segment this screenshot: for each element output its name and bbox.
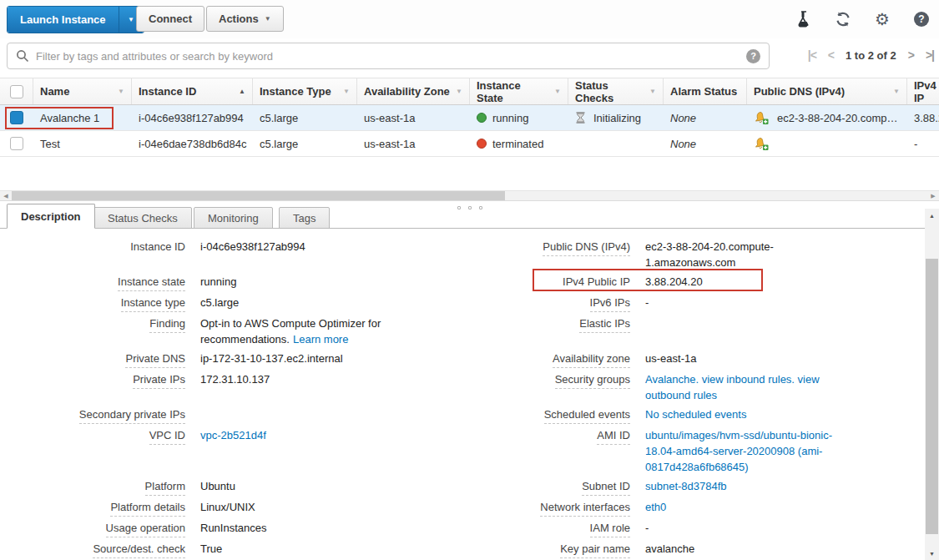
filter-row: Filter by tags and attributes or search … bbox=[0, 39, 939, 73]
search-input[interactable]: Filter by tags and attributes or search … bbox=[7, 43, 770, 69]
cell-alarm-status: None bbox=[664, 105, 747, 130]
pagination-prev-icon[interactable]: < bbox=[828, 48, 834, 62]
field-label: Elastic IPs bbox=[434, 315, 630, 336]
field-label: Secondary private IPs bbox=[0, 406, 185, 427]
field-link[interactable]: Learn more bbox=[293, 333, 348, 346]
sort-caret-icon: ▼ bbox=[451, 88, 462, 95]
table-row[interactable]: Test i-04e6dae738db6d84c c5.large us-eas… bbox=[0, 131, 939, 157]
cell-name: Avalanche 1 bbox=[33, 105, 132, 130]
field-label: IPv4 Public IP bbox=[434, 274, 630, 295]
table-header: Name ▼ Instance ID ▲ Instance Type ▼ Ava… bbox=[0, 78, 939, 105]
field-label: IAM role bbox=[434, 520, 630, 541]
vertical-scrollbar-thumb[interactable] bbox=[926, 259, 938, 534]
cell-public-dns: ec2-3-88-204-20.comp… bbox=[747, 105, 907, 130]
pagination-next-icon[interactable]: > bbox=[908, 48, 914, 62]
public-dns-label: ec2-3-88-204-20.comp… bbox=[777, 112, 898, 124]
detail-tabs: Description Status Checks Monitoring Tag… bbox=[0, 204, 939, 229]
experiments-flask-icon[interactable] bbox=[795, 10, 813, 28]
column-header-ipv4-public-ip[interactable]: IPv4 Public IP bbox=[907, 78, 939, 104]
actions-button[interactable]: Actions ▼ bbox=[206, 6, 284, 32]
refresh-icon[interactable] bbox=[834, 10, 852, 28]
launch-instance-button[interactable]: Launch Instance bbox=[8, 7, 119, 33]
field-value bbox=[645, 315, 925, 319]
cell-ipv4: 3.88.204.20 bbox=[907, 105, 939, 130]
vertical-scrollbar[interactable]: ▲ ▼ bbox=[925, 209, 939, 560]
field-value: Avalanche. view inbound rules. view outb… bbox=[645, 371, 925, 406]
connect-button[interactable]: Connect bbox=[136, 6, 204, 32]
field-value bbox=[200, 406, 434, 410]
tab-status-checks[interactable]: Status Checks bbox=[93, 207, 192, 229]
horizontal-scrollbar[interactable]: ◀ ▶ bbox=[0, 190, 939, 201]
field-value: Opt-in to AWS Compute Optimizer for reco… bbox=[200, 315, 434, 351]
description-row: Finding Opt-in to AWS Compute Optimizer … bbox=[0, 315, 925, 351]
field-value: subnet-8d3784fb bbox=[645, 478, 925, 497]
create-alarm-bell-icon[interactable] bbox=[754, 111, 769, 125]
column-header-name[interactable]: Name ▼ bbox=[33, 78, 132, 104]
row-checkbox[interactable] bbox=[10, 111, 23, 124]
pagination-last-icon[interactable]: >| bbox=[926, 48, 934, 62]
state-label: terminated bbox=[492, 138, 543, 150]
search-help-icon[interactable]: ? bbox=[746, 49, 760, 63]
description-row: Instance state running IPv4 Public IP 3.… bbox=[0, 274, 925, 295]
field-value: c5.large bbox=[200, 295, 434, 314]
column-header-status-checks[interactable]: Status Checks ▼ bbox=[568, 78, 664, 104]
field-label: Instance state bbox=[0, 274, 185, 295]
scroll-left-icon[interactable]: ◀ bbox=[0, 191, 12, 200]
select-all-checkbox[interactable] bbox=[10, 85, 23, 98]
pagination-label: 1 to 2 of 2 bbox=[846, 49, 896, 62]
cell-availability-zone: us-east-1a bbox=[357, 131, 470, 156]
field-label: Private DNS bbox=[0, 351, 185, 371]
cell-instance-id: i-04c6e938f127ab994 bbox=[132, 105, 253, 130]
column-header-public-dns[interactable]: Public DNS (IPv4) ▼ bbox=[747, 78, 907, 104]
settings-gear-icon[interactable]: ⚙ bbox=[873, 10, 891, 28]
scroll-up-icon[interactable]: ▲ bbox=[925, 209, 939, 222]
field-value: running bbox=[200, 274, 434, 293]
row-checkbox[interactable] bbox=[10, 137, 23, 150]
description-row: Platform details Linux/UNIX Network inte… bbox=[0, 499, 925, 520]
field-label: Public DNS (IPv4) bbox=[434, 239, 630, 260]
description-row: Usage operation RunInstances IAM role - bbox=[0, 520, 925, 541]
instances-table: Name ▼ Instance ID ▲ Instance Type ▼ Ava… bbox=[0, 78, 939, 157]
terminated-status-icon bbox=[477, 139, 487, 149]
panel-resize-handle[interactable] bbox=[457, 206, 482, 209]
launch-instance-split-button: Launch Instance ▼ bbox=[7, 6, 144, 33]
pagination-first-icon[interactable]: |< bbox=[808, 48, 816, 62]
cell-public-dns bbox=[747, 131, 907, 156]
sort-caret-icon: ▼ bbox=[644, 88, 656, 95]
description-row: Secondary private IPs Scheduled events N… bbox=[0, 406, 925, 427]
scroll-down-icon[interactable]: ▼ bbox=[925, 547, 939, 560]
field-label: Subnet ID bbox=[434, 478, 630, 499]
create-alarm-bell-icon[interactable] bbox=[754, 137, 769, 151]
running-status-icon bbox=[477, 113, 487, 123]
column-label: Public DNS (IPv4) bbox=[754, 85, 845, 98]
tab-description[interactable]: Description bbox=[7, 204, 95, 229]
field-label: AMI ID bbox=[434, 427, 630, 448]
field-value: 3.88.204.20 bbox=[645, 274, 925, 293]
state-label: running bbox=[492, 112, 528, 124]
field-value: - bbox=[645, 295, 925, 314]
field-value: avalanche bbox=[645, 541, 925, 560]
status-checks-label: Initializing bbox=[593, 112, 641, 124]
help-icon[interactable]: ? bbox=[912, 10, 931, 28]
column-header-instance-id[interactable]: Instance ID ▲ bbox=[132, 78, 253, 104]
column-header-alarm-status[interactable]: Alarm Status bbox=[664, 78, 747, 104]
column-label: Status Checks bbox=[575, 79, 644, 104]
column-header-availability-zone[interactable]: Availability Zone ▼ bbox=[357, 78, 470, 104]
column-header-instance-type[interactable]: Instance Type ▼ bbox=[253, 78, 357, 104]
field-label: Private IPs bbox=[0, 371, 185, 392]
column-header-instance-state[interactable]: Instance State ▼ bbox=[470, 78, 568, 104]
hourglass-icon bbox=[575, 112, 586, 124]
field-value: Ubuntu bbox=[200, 478, 434, 497]
column-label: Availability Zone bbox=[364, 85, 450, 98]
cell-availability-zone: us-east-1a bbox=[357, 105, 470, 130]
field-value: No scheduled events bbox=[645, 406, 925, 426]
column-label: Instance State bbox=[477, 79, 549, 104]
sort-caret-icon: ▼ bbox=[113, 88, 124, 95]
tab-tags[interactable]: Tags bbox=[279, 207, 330, 229]
field-label: Instance ID bbox=[0, 239, 185, 259]
scroll-right-icon[interactable]: ▶ bbox=[927, 191, 939, 200]
table-row[interactable]: Avalanche 1 i-04c6e938f127ab994 c5.large… bbox=[0, 105, 939, 131]
horizontal-scrollbar-thumb[interactable] bbox=[12, 191, 505, 200]
tab-monitoring[interactable]: Monitoring bbox=[194, 207, 273, 229]
search-icon bbox=[16, 49, 29, 63]
